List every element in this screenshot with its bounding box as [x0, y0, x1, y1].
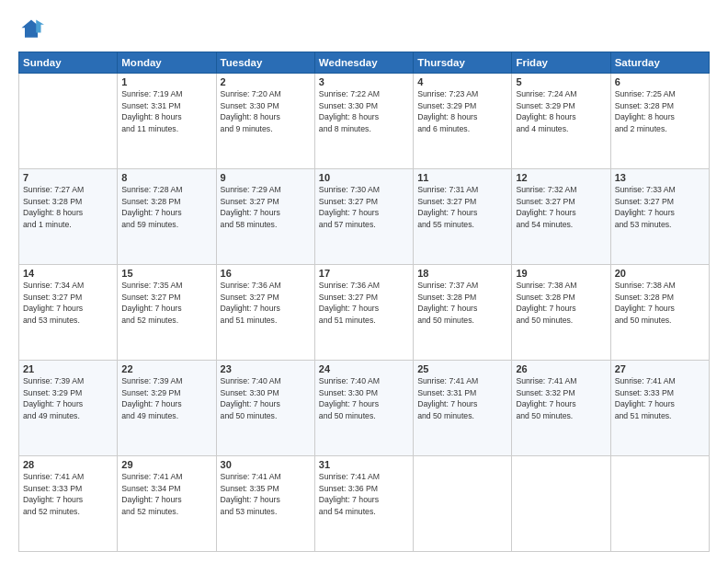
calendar-cell: 9Sunrise: 7:29 AMSunset: 3:27 PMDaylight… [216, 169, 314, 265]
cell-info: Sunrise: 7:39 AMSunset: 3:29 PMDaylight:… [23, 375, 113, 421]
day-number: 21 [23, 363, 113, 374]
day-number: 24 [319, 363, 409, 374]
cell-info: Sunrise: 7:36 AMSunset: 3:27 PMDaylight:… [221, 280, 311, 326]
cell-info: Sunrise: 7:19 AMSunset: 3:31 PMDaylight:… [121, 88, 211, 134]
logo [18, 17, 48, 42]
weekday-header: Friday [512, 52, 610, 74]
calendar-week-row: 21Sunrise: 7:39 AMSunset: 3:29 PMDayligh… [19, 361, 710, 456]
calendar-cell: 6Sunrise: 7:25 AMSunset: 3:28 PMDaylight… [610, 74, 709, 169]
calendar-cell: 18Sunrise: 7:37 AMSunset: 3:28 PMDayligh… [414, 265, 512, 361]
cell-info: Sunrise: 7:23 AMSunset: 3:29 PMDaylight:… [417, 88, 507, 134]
day-number: 3 [319, 76, 409, 87]
day-number: 26 [516, 363, 606, 374]
cell-info: Sunrise: 7:35 AMSunset: 3:27 PMDaylight:… [121, 280, 211, 326]
cell-info: Sunrise: 7:34 AMSunset: 3:27 PMDaylight:… [23, 280, 113, 326]
cell-info: Sunrise: 7:36 AMSunset: 3:27 PMDaylight:… [319, 280, 409, 326]
calendar-week-row: 14Sunrise: 7:34 AMSunset: 3:27 PMDayligh… [19, 265, 710, 361]
weekday-header: Saturday [610, 52, 709, 74]
calendar-cell: 25Sunrise: 7:41 AMSunset: 3:31 PMDayligh… [414, 361, 512, 456]
calendar-cell: 19Sunrise: 7:38 AMSunset: 3:28 PMDayligh… [512, 265, 610, 361]
calendar-table: SundayMondayTuesdayWednesdayThursdayFrid… [18, 52, 710, 552]
calendar-week-row: 28Sunrise: 7:41 AMSunset: 3:33 PMDayligh… [19, 456, 710, 552]
day-number: 31 [319, 459, 409, 470]
cell-info: Sunrise: 7:27 AMSunset: 3:28 PMDaylight:… [23, 184, 113, 230]
day-number: 27 [615, 363, 705, 374]
day-number: 5 [516, 76, 606, 87]
cell-info: Sunrise: 7:37 AMSunset: 3:28 PMDaylight:… [417, 280, 507, 326]
calendar-cell: 28Sunrise: 7:41 AMSunset: 3:33 PMDayligh… [19, 456, 118, 552]
cell-info: Sunrise: 7:40 AMSunset: 3:30 PMDaylight:… [221, 375, 311, 421]
day-number: 30 [221, 459, 311, 470]
cell-info: Sunrise: 7:39 AMSunset: 3:29 PMDaylight:… [121, 375, 211, 421]
cell-info: Sunrise: 7:41 AMSunset: 3:33 PMDaylight:… [615, 375, 705, 421]
cell-info: Sunrise: 7:33 AMSunset: 3:27 PMDaylight:… [615, 184, 705, 230]
calendar-cell: 13Sunrise: 7:33 AMSunset: 3:27 PMDayligh… [610, 169, 709, 265]
day-number: 16 [221, 268, 311, 279]
calendar-body: 1Sunrise: 7:19 AMSunset: 3:31 PMDaylight… [19, 74, 710, 552]
cell-info: Sunrise: 7:24 AMSunset: 3:29 PMDaylight:… [516, 88, 606, 134]
cell-info: Sunrise: 7:32 AMSunset: 3:27 PMDaylight:… [516, 184, 606, 230]
calendar-cell: 1Sunrise: 7:19 AMSunset: 3:31 PMDaylight… [118, 74, 216, 169]
calendar-cell: 23Sunrise: 7:40 AMSunset: 3:30 PMDayligh… [216, 361, 314, 456]
day-number: 12 [516, 172, 606, 183]
day-number: 4 [417, 76, 507, 87]
calendar-cell: 14Sunrise: 7:34 AMSunset: 3:27 PMDayligh… [19, 265, 118, 361]
cell-info: Sunrise: 7:41 AMSunset: 3:35 PMDaylight:… [221, 471, 311, 517]
calendar-cell: 10Sunrise: 7:30 AMSunset: 3:27 PMDayligh… [314, 169, 413, 265]
calendar-cell: 15Sunrise: 7:35 AMSunset: 3:27 PMDayligh… [118, 265, 216, 361]
calendar-cell: 26Sunrise: 7:41 AMSunset: 3:32 PMDayligh… [512, 361, 610, 456]
day-number: 22 [121, 363, 211, 374]
calendar-week-row: 7Sunrise: 7:27 AMSunset: 3:28 PMDaylight… [19, 169, 710, 265]
cell-info: Sunrise: 7:38 AMSunset: 3:28 PMDaylight:… [516, 280, 606, 326]
weekday-header: Thursday [414, 52, 512, 74]
calendar-cell: 2Sunrise: 7:20 AMSunset: 3:30 PMDaylight… [216, 74, 314, 169]
calendar-cell: 21Sunrise: 7:39 AMSunset: 3:29 PMDayligh… [19, 361, 118, 456]
calendar-cell [610, 456, 709, 552]
weekday-header-row: SundayMondayTuesdayWednesdayThursdayFrid… [19, 52, 710, 74]
calendar-cell [414, 456, 512, 552]
cell-info: Sunrise: 7:25 AMSunset: 3:28 PMDaylight:… [615, 88, 705, 134]
day-number: 2 [221, 76, 311, 87]
day-number: 17 [319, 268, 409, 279]
calendar-cell: 27Sunrise: 7:41 AMSunset: 3:33 PMDayligh… [610, 361, 709, 456]
calendar-cell: 11Sunrise: 7:31 AMSunset: 3:27 PMDayligh… [414, 169, 512, 265]
cell-info: Sunrise: 7:38 AMSunset: 3:28 PMDaylight:… [615, 280, 705, 326]
day-number: 28 [23, 459, 113, 470]
day-number: 19 [516, 268, 606, 279]
calendar-cell [512, 456, 610, 552]
day-number: 15 [121, 268, 211, 279]
day-number: 10 [319, 172, 409, 183]
day-number: 1 [121, 76, 211, 87]
calendar-cell: 8Sunrise: 7:28 AMSunset: 3:28 PMDaylight… [118, 169, 216, 265]
day-number: 20 [615, 268, 705, 279]
page: SundayMondayTuesdayWednesdayThursdayFrid… [0, 0, 728, 563]
cell-info: Sunrise: 7:29 AMSunset: 3:27 PMDaylight:… [221, 184, 311, 230]
calendar-cell: 7Sunrise: 7:27 AMSunset: 3:28 PMDaylight… [19, 169, 118, 265]
calendar-cell: 29Sunrise: 7:41 AMSunset: 3:34 PMDayligh… [118, 456, 216, 552]
calendar-cell: 5Sunrise: 7:24 AMSunset: 3:29 PMDaylight… [512, 74, 610, 169]
day-number: 8 [121, 172, 211, 183]
day-number: 25 [417, 363, 507, 374]
cell-info: Sunrise: 7:41 AMSunset: 3:31 PMDaylight:… [417, 375, 507, 421]
cell-info: Sunrise: 7:40 AMSunset: 3:30 PMDaylight:… [319, 375, 409, 421]
day-number: 14 [23, 268, 113, 279]
calendar-cell: 16Sunrise: 7:36 AMSunset: 3:27 PMDayligh… [216, 265, 314, 361]
day-number: 11 [417, 172, 507, 183]
header [18, 17, 710, 42]
calendar-cell: 30Sunrise: 7:41 AMSunset: 3:35 PMDayligh… [216, 456, 314, 552]
day-number: 18 [417, 268, 507, 279]
cell-info: Sunrise: 7:41 AMSunset: 3:34 PMDaylight:… [121, 471, 211, 517]
weekday-header: Tuesday [216, 52, 314, 74]
calendar-cell: 31Sunrise: 7:41 AMSunset: 3:36 PMDayligh… [314, 456, 413, 552]
day-number: 29 [121, 459, 211, 470]
cell-info: Sunrise: 7:41 AMSunset: 3:32 PMDaylight:… [516, 375, 606, 421]
svg-marker-1 [36, 20, 44, 33]
cell-info: Sunrise: 7:22 AMSunset: 3:30 PMDaylight:… [319, 88, 409, 134]
calendar-cell: 20Sunrise: 7:38 AMSunset: 3:28 PMDayligh… [610, 265, 709, 361]
calendar-cell: 22Sunrise: 7:39 AMSunset: 3:29 PMDayligh… [118, 361, 216, 456]
cell-info: Sunrise: 7:30 AMSunset: 3:27 PMDaylight:… [319, 184, 409, 230]
cell-info: Sunrise: 7:20 AMSunset: 3:30 PMDaylight:… [221, 88, 311, 134]
calendar-cell: 17Sunrise: 7:36 AMSunset: 3:27 PMDayligh… [314, 265, 413, 361]
calendar-week-row: 1Sunrise: 7:19 AMSunset: 3:31 PMDaylight… [19, 74, 710, 169]
calendar-cell: 12Sunrise: 7:32 AMSunset: 3:27 PMDayligh… [512, 169, 610, 265]
